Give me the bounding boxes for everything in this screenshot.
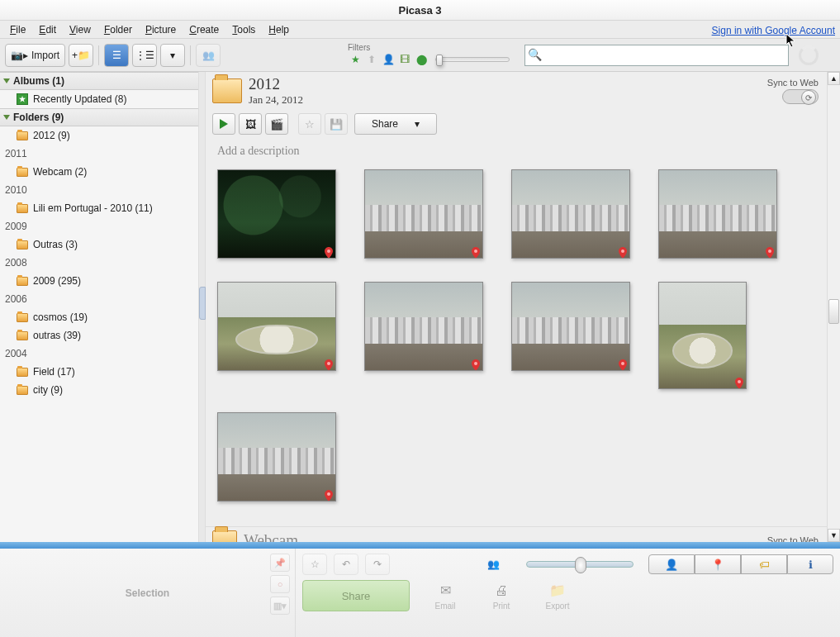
sidebar-item-folder[interactable]: outras (39): [0, 326, 198, 345]
sidebar-item-label: Field (17): [33, 366, 75, 378]
folders-header-label: Folders (9): [13, 112, 64, 123]
svg-point-1: [474, 250, 477, 253]
import-button[interactable]: 📷▸ Import: [5, 44, 65, 67]
print-button[interactable]: 🖨Print: [481, 582, 522, 611]
sidebar-item-recently-updated[interactable]: ★ Recently Updated (8): [0, 90, 198, 108]
sidebar-item-folder[interactable]: city (9): [0, 381, 198, 399]
menu-create[interactable]: Create: [183, 22, 225, 37]
geo-pin-icon: [619, 359, 627, 368]
photo-thumbnail[interactable]: [364, 169, 483, 259]
add-folder-button[interactable]: +📁: [69, 44, 93, 67]
menu-picture[interactable]: Picture: [139, 22, 183, 37]
geotag-button[interactable]: 📍: [695, 554, 741, 574]
content-scrollbar[interactable]: ▲ ▼: [827, 72, 840, 542]
menu-folder[interactable]: Folder: [97, 22, 139, 37]
scroll-down-icon[interactable]: ▼: [828, 529, 840, 542]
menu-edit[interactable]: Edit: [32, 22, 63, 37]
menu-help[interactable]: Help: [262, 22, 296, 37]
star-icon: ☆: [311, 559, 320, 570]
rotate-left-button[interactable]: ↶: [334, 554, 358, 575]
tree-icon: ⋮☰: [135, 50, 154, 61]
sidebar-item-folder[interactable]: 2012 (9): [0, 126, 198, 145]
slider-thumb[interactable]: [575, 557, 586, 573]
view-options-button[interactable]: ▾: [160, 44, 185, 67]
collage-button[interactable]: 🖼: [239, 113, 262, 135]
geo-pin-icon: [766, 247, 774, 255]
sidebar-item-folder[interactable]: Webcam (2): [0, 163, 198, 181]
folders-header[interactable]: Folders (9): [0, 108, 198, 126]
folder-action-bar: 🖼 🎬 ☆ 💾 Share ▾: [206, 110, 840, 141]
photo-thumbnail[interactable]: [511, 282, 630, 371]
thumbnail-zoom-slider[interactable]: [526, 561, 634, 568]
folder-description[interactable]: Add a description: [206, 141, 840, 164]
filter-movie-icon[interactable]: 🎞: [397, 52, 412, 67]
star-toggle-button[interactable]: ☆: [302, 554, 327, 575]
share-button[interactable]: Share ▾: [354, 113, 437, 135]
clear-button[interactable]: ○: [270, 575, 290, 593]
star-button[interactable]: ☆: [298, 113, 321, 135]
loading-spinner-icon: [799, 45, 819, 65]
selection-tray[interactable]: Selection 📌 ○ ▥▾: [0, 549, 296, 637]
rotate-right-button[interactable]: ↷: [365, 554, 390, 575]
export-button[interactable]: 📁Export: [537, 582, 578, 611]
flat-view-button[interactable]: ☰: [104, 44, 129, 67]
tag-faces-button[interactable]: 👥: [487, 559, 500, 570]
filter-date-slider[interactable]: [435, 57, 510, 62]
save-button[interactable]: 💾: [325, 113, 348, 135]
sidebar-item-folder[interactable]: Lili em Portugal - 2010 (11): [0, 199, 198, 217]
photo-thumbnail[interactable]: [217, 282, 336, 371]
slider-thumb[interactable]: [436, 55, 443, 66]
add-to-album-button[interactable]: ▥▾: [270, 597, 290, 615]
email-button[interactable]: ✉Email: [425, 582, 466, 611]
search-icon: 🔍: [528, 48, 542, 61]
tag-people-button[interactable]: 👤: [648, 554, 695, 574]
filter-face-icon[interactable]: 👤: [381, 52, 396, 67]
sidebar-item-folder[interactable]: Outras (3): [0, 235, 198, 254]
year-header: 2004: [0, 345, 198, 363]
next-folder-header: Webcam Sync to Web: [206, 526, 840, 542]
photo-thumbnail[interactable]: [658, 169, 777, 259]
photo-thumbnail[interactable]: [217, 169, 336, 259]
sidebar-item-folder[interactable]: Field (17): [0, 363, 198, 381]
search-input[interactable]: [524, 45, 789, 66]
menu-tools[interactable]: Tools: [225, 22, 262, 37]
tree-view-button[interactable]: ⋮☰: [132, 44, 157, 67]
filters-area: Filters ★ ⬆ 👤 🎞 ⬤: [348, 43, 510, 67]
window-titlebar: Picasa 3: [0, 0, 840, 21]
play-slideshow-button[interactable]: [212, 113, 235, 135]
photo-thumbnail[interactable]: [364, 282, 483, 371]
year-header: 2011: [0, 145, 198, 163]
sidebar-item-label: 2012 (9): [33, 130, 70, 141]
menu-view[interactable]: View: [63, 22, 97, 37]
scroll-up-icon[interactable]: ▲: [828, 72, 840, 85]
hold-button[interactable]: 📌: [270, 554, 290, 572]
sidebar-item-folder[interactable]: 2009 (295): [0, 272, 198, 290]
sidebar-item-folder[interactable]: cosmos (19): [0, 308, 198, 326]
photo-thumbnail[interactable]: [511, 169, 630, 259]
photo-thumbnail[interactable]: [217, 412, 336, 502]
camera-icon: 📷▸: [11, 50, 28, 61]
photo-thumbnail[interactable]: [658, 282, 747, 389]
sync-toggle[interactable]: [782, 89, 819, 104]
info-button[interactable]: ℹ: [787, 554, 833, 574]
tags-button[interactable]: 🏷: [741, 554, 787, 574]
scrollbar-thumb[interactable]: [828, 299, 839, 324]
collapse-icon: [3, 78, 10, 83]
thumbnail-image: [512, 283, 629, 370]
thumbnail-image: [365, 170, 482, 258]
sync-label: Sync to Web: [767, 78, 819, 88]
share-button-large[interactable]: Share: [302, 580, 410, 611]
sidebar-splitter[interactable]: [199, 72, 206, 542]
action-label: Export: [546, 601, 570, 611]
filter-upload-icon[interactable]: ⬆: [364, 52, 379, 67]
filter-geo-icon[interactable]: ⬤: [414, 52, 429, 67]
movie-button[interactable]: 🎬: [265, 113, 288, 135]
signin-link[interactable]: Sign in with Google Account: [712, 25, 835, 36]
menu-file[interactable]: File: [3, 22, 32, 37]
svg-point-2: [621, 250, 624, 253]
filter-star-icon[interactable]: ★: [348, 52, 363, 67]
people-button[interactable]: 👥: [196, 44, 221, 67]
albums-header[interactable]: Albums (1): [0, 72, 198, 90]
splitter-grip-icon[interactable]: [199, 287, 206, 320]
thumbnail-grid: [206, 164, 840, 526]
